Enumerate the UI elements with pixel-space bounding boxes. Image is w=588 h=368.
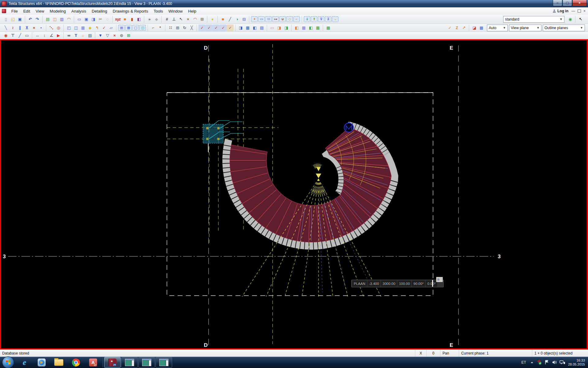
sketch-pencil-icon[interactable]: ╱: [226, 16, 233, 23]
draft-tool-icon[interactable]: ▱: [107, 25, 115, 31]
weld-label-icon[interactable]: ◧: [135, 16, 142, 23]
network-icon[interactable]: [560, 360, 565, 365]
object-green-icon[interactable]: ◧: [307, 25, 314, 31]
point-create-icon[interactable]: ●: [209, 16, 216, 23]
taskbar-chrome[interactable]: [68, 357, 84, 368]
inquire-part-icon[interactable]: ◨: [237, 25, 244, 31]
taskbar-file-explorer[interactable]: [51, 357, 67, 368]
numbering-assembly-icon[interactable]: ⊞: [174, 25, 181, 31]
snap-plane-combo[interactable]: View plane▼: [509, 25, 541, 31]
pick-tool-icon[interactable]: ↰: [93, 25, 100, 31]
redo-icon[interactable]: ↷: [34, 16, 41, 23]
inquire-bolt-icon[interactable]: ▦: [244, 25, 251, 31]
check-drawings-icon[interactable]: ✓: [220, 25, 227, 31]
taskbar-autocad[interactable]: ALT: [85, 357, 101, 368]
clock[interactable]: 16:33 28.05.2015: [568, 358, 585, 366]
notebook-icon[interactable]: ▤: [86, 32, 93, 39]
menu-tools[interactable]: Tools: [151, 8, 166, 14]
start-button[interactable]: [2, 356, 14, 368]
snap-diamond-icon[interactable]: ◆: [153, 16, 160, 23]
part-label-icon[interactable]: ■: [121, 16, 128, 23]
view-list-icon[interactable]: ◨: [90, 16, 97, 23]
taskbar-tekla-view-3[interactable]: [156, 357, 172, 368]
component-a-icon[interactable]: ▦: [118, 25, 125, 31]
taskbar-internet-explorer[interactable]: e: [16, 357, 33, 368]
close-button[interactable]: ×: [572, 0, 587, 6]
report-icon[interactable]: ▥: [58, 16, 65, 23]
grid-plane-icon[interactable]: ⊥: [170, 16, 177, 23]
line-tool-icon[interactable]: ╲: [2, 25, 9, 31]
taskbar-tekla-structures[interactable]: ✦20: [104, 357, 121, 368]
taskbar-tekla-view-1[interactable]: [121, 357, 138, 368]
undo-icon[interactable]: ↶: [27, 16, 34, 23]
cross-point-icon[interactable]: ×: [30, 25, 37, 31]
assembly-up-icon[interactable]: ⇑: [311, 16, 317, 22]
cut-icon[interactable]: ✂: [97, 16, 104, 23]
extend-line-icon[interactable]: ↖: [177, 16, 184, 23]
create-part-icon[interactable]: ◰: [65, 25, 72, 31]
objects-down-icon[interactable]: ⊽: [318, 16, 324, 22]
hourglass-icon[interactable]: Z: [453, 25, 460, 31]
numbering-refresh-icon[interactable]: ↻: [181, 25, 188, 31]
lattice-weld-icon[interactable]: *: [156, 25, 164, 31]
measure-angle-icon[interactable]: ∠: [48, 32, 55, 39]
fly-through-icon[interactable]: ↗: [460, 25, 467, 31]
spiral-staircase-structure[interactable]: [222, 121, 398, 250]
open-model-icon[interactable]: ◱: [9, 16, 16, 23]
select-multi-icon[interactable]: ∷: [265, 16, 272, 22]
show-hidden-icons-button[interactable]: [530, 361, 534, 364]
taskbar-tekla-view-2[interactable]: [138, 357, 155, 368]
menu-analysis[interactable]: Analysis: [69, 8, 89, 14]
auto-confirm-icon[interactable]: ✓: [446, 25, 453, 31]
check-parts-icon[interactable]: ✓: [213, 25, 220, 31]
snap-outline-combo[interactable]: Outline planes▼: [543, 25, 585, 31]
select-brush-icon[interactable]: ✦: [251, 16, 258, 22]
menu-drawings-reports[interactable]: Drawings & Reports: [110, 8, 151, 14]
maximize-button[interactable]: ▢: [563, 0, 572, 6]
ruler-icon[interactable]: ▭: [23, 32, 30, 39]
area-select-icon[interactable]: ◌: [104, 16, 111, 23]
view-red-icon[interactable]: ◪: [471, 25, 478, 31]
copy-part-icon[interactable]: ◫: [72, 25, 79, 31]
pointer-cursor-icon[interactable]: ↖: [577, 16, 584, 23]
view-properties-icon[interactable]: ▣: [83, 16, 90, 23]
objects-up-icon[interactable]: ⊼: [325, 16, 331, 22]
pin-down-icon[interactable]: ▼: [97, 32, 104, 39]
model-viewport[interactable]: D D E E 3 3 PLAAN -3.400 3000.00 100.00 …: [0, 39, 588, 350]
menu-file[interactable]: File: [9, 8, 21, 14]
paste-icon[interactable]: ◫: [51, 16, 58, 23]
volume-icon[interactable]: [552, 360, 557, 365]
inquire-assembly-icon[interactable]: ◧: [251, 25, 258, 31]
binoculars-icon[interactable]: ∞: [65, 32, 72, 39]
measure-x-icon[interactable]: ↔: [34, 32, 41, 39]
check-tool-icon[interactable]: ✓: [100, 25, 107, 31]
menu-help[interactable]: Help: [185, 8, 199, 14]
work-plane-t-icon[interactable]: ⊤: [9, 32, 16, 39]
menu-window[interactable]: Window: [166, 8, 185, 14]
work-plane-icon[interactable]: ◆: [86, 25, 93, 31]
perpendicular-icon[interactable]: ⊻: [23, 25, 30, 31]
pin-angle-icon[interactable]: ▽: [104, 32, 111, 39]
measure-y-icon[interactable]: ↕: [41, 32, 48, 39]
phase-clock-icon[interactable]: ◑: [233, 16, 240, 23]
flag-t-icon[interactable]: T: [72, 32, 79, 39]
grid-box-icon[interactable]: ⊞: [198, 16, 205, 23]
mdi-minimize-button[interactable]: —: [571, 10, 575, 13]
pen-tool-icon[interactable]: ╱: [16, 32, 23, 39]
action-center-flag-icon[interactable]: [545, 360, 549, 365]
select-plane-icon[interactable]: ◇: [286, 16, 293, 22]
menu-modeling[interactable]: Modeling: [47, 8, 69, 14]
trim-icon[interactable]: ×: [184, 16, 191, 23]
view-blue-icon[interactable]: ▩: [478, 25, 485, 31]
sketch-roll-icon[interactable]: ◠: [65, 16, 72, 23]
toolbar-overflow-icon[interactable]: »: [146, 16, 153, 23]
mdi-close-button[interactable]: ×: [583, 10, 586, 13]
select-pin-icon[interactable]: ⊶: [272, 16, 279, 22]
pin-icon[interactable]: ⊺: [440, 277, 442, 282]
menu-edit[interactable]: Edit: [21, 8, 33, 14]
object-grid-icon[interactable]: ▦: [314, 25, 321, 31]
render-globe-icon[interactable]: ◉: [567, 16, 574, 23]
xyz-label-icon[interactable]: xyz: [114, 16, 121, 23]
bolt-label-icon[interactable]: ▮: [128, 16, 135, 23]
doc-new-icon[interactable]: ▭: [269, 25, 276, 31]
